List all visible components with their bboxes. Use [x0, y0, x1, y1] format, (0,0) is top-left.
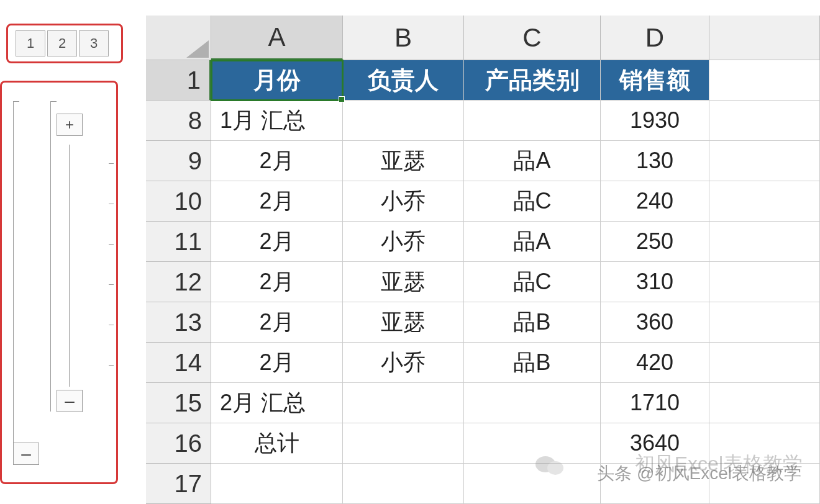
cell[interactable]: 亚瑟	[343, 302, 464, 343]
outline-level-2-button[interactable]: 2	[47, 30, 77, 56]
outline-level-1-button[interactable]: 1	[16, 30, 45, 56]
outline-tick	[109, 244, 114, 245]
cell[interactable]	[709, 343, 820, 383]
outline-level-group: 1 2 3	[6, 24, 123, 63]
cell[interactable]: 小乔	[343, 343, 464, 383]
cell[interactable]	[709, 383, 820, 423]
cell[interactable]: 240	[601, 181, 709, 222]
column-header-e[interactable]	[709, 16, 820, 60]
cell[interactable]: 品B	[464, 302, 601, 343]
column-header-row: A B C D	[211, 16, 820, 60]
cell[interactable]: 2月	[211, 181, 343, 222]
column-header-d[interactable]: D	[601, 16, 709, 60]
cell[interactable]: 360	[601, 302, 709, 343]
outline-bracket-mid	[69, 145, 70, 387]
row-header-13[interactable]: 13	[146, 302, 211, 343]
select-all-triangle[interactable]	[146, 16, 211, 60]
table-row: 2月 亚瑟 品B 360	[211, 302, 820, 343]
cell[interactable]: 2月 汇总	[211, 383, 343, 423]
cell[interactable]: 1710	[601, 383, 709, 423]
cell[interactable]	[343, 101, 464, 141]
cell[interactable]: 品C	[464, 181, 601, 222]
cell[interactable]	[709, 101, 820, 141]
table-row: 2月 亚瑟 品A 130	[211, 141, 820, 181]
cell[interactable]	[343, 464, 464, 504]
outline-tick	[109, 284, 114, 285]
svg-point-1	[547, 461, 563, 475]
cells-area: 月份 负责人 产品类别 销售额 1月 汇总 1930 2月 亚瑟 品A 130 …	[211, 60, 820, 504]
header-cell[interactable]: 销售额	[601, 60, 709, 101]
cell[interactable]: 总计	[211, 423, 343, 464]
row-header-1[interactable]: 1	[146, 60, 211, 101]
cell[interactable]: 品A	[464, 141, 601, 181]
cell[interactable]	[709, 222, 820, 262]
row-header-12[interactable]: 12	[146, 262, 211, 302]
cell[interactable]: 亚瑟	[343, 262, 464, 302]
outline-tick	[109, 325, 114, 325]
outline-level-3-button[interactable]: 3	[79, 30, 109, 56]
column-header-c[interactable]: C	[464, 16, 601, 60]
row-header-9[interactable]: 9	[146, 141, 211, 181]
table-row: 2月 小乔 品C 240	[211, 181, 820, 222]
cell[interactable]: 2月	[211, 343, 343, 383]
cell[interactable]	[464, 464, 601, 504]
active-cell[interactable]: 月份	[211, 60, 343, 101]
outline-bracket-inner	[50, 101, 51, 412]
cell[interactable]: 250	[601, 222, 709, 262]
row-header-11[interactable]: 11	[146, 222, 211, 262]
outline-tick	[109, 204, 114, 204]
table-row: 2月 亚瑟 品C 310	[211, 262, 820, 302]
cell[interactable]	[709, 262, 820, 302]
row-header-10[interactable]: 10	[146, 181, 211, 222]
column-header-a[interactable]: A	[211, 16, 343, 60]
cell[interactable]	[709, 302, 820, 343]
cell[interactable]	[343, 423, 464, 464]
outline-tick	[109, 163, 114, 164]
cell[interactable]	[464, 423, 601, 464]
cell[interactable]: 2月	[211, 222, 343, 262]
cell[interactable]	[709, 141, 820, 181]
cell[interactable]: 1月 汇总	[211, 101, 343, 141]
cell[interactable]: 小乔	[343, 181, 464, 222]
outline-bracket-outer	[13, 101, 14, 461]
header-cell[interactable]: 负责人	[343, 60, 464, 101]
header-cell[interactable]: 产品类别	[464, 60, 601, 101]
row-header-15[interactable]: 15	[146, 383, 211, 423]
wechat-icon	[534, 452, 565, 478]
outline-collapse-outer-button[interactable]: –	[13, 443, 39, 465]
table-row: 1月 汇总 1930	[211, 101, 820, 141]
row-header-17[interactable]: 17	[146, 464, 211, 504]
cell[interactable]	[211, 464, 343, 504]
cell[interactable]: 亚瑟	[343, 141, 464, 181]
cell[interactable]: 品B	[464, 343, 601, 383]
outline-tree-panel: + – –	[0, 81, 118, 484]
cell[interactable]	[709, 60, 820, 101]
cell[interactable]: 2月	[211, 302, 343, 343]
cell[interactable]: 品C	[464, 262, 601, 302]
row-header-16[interactable]: 16	[146, 423, 211, 464]
cell[interactable]: 2月	[211, 141, 343, 181]
cell[interactable]: 品A	[464, 222, 601, 262]
table-header-row: 月份 负责人 产品类别 销售额	[211, 60, 820, 101]
outline-collapse-inner-button[interactable]: –	[57, 390, 83, 412]
table-row: 2月 小乔 品B 420	[211, 343, 820, 383]
column-header-b[interactable]: B	[343, 16, 464, 60]
cell[interactable]	[464, 101, 601, 141]
outline-tick	[109, 365, 114, 366]
cell[interactable]: 310	[601, 262, 709, 302]
cell[interactable]	[464, 383, 601, 423]
cell[interactable]	[709, 181, 820, 222]
cell[interactable]	[343, 383, 464, 423]
cell[interactable]: 130	[601, 141, 709, 181]
table-row: 2月 小乔 品A 250	[211, 222, 820, 262]
cell[interactable]: 小乔	[343, 222, 464, 262]
outline-expand-button[interactable]: +	[57, 114, 83, 136]
cell[interactable]: 1930	[601, 101, 709, 141]
cell[interactable]: 420	[601, 343, 709, 383]
row-header-8[interactable]: 8	[146, 101, 211, 141]
watermark-primary: 头条 @初风Excel表格教学	[597, 462, 801, 485]
row-header-column: 1 8 9 10 11 12 13 14 15 16 17	[146, 60, 211, 504]
row-header-14[interactable]: 14	[146, 343, 211, 383]
cell[interactable]: 2月	[211, 262, 343, 302]
table-row: 2月 汇总 1710	[211, 383, 820, 423]
